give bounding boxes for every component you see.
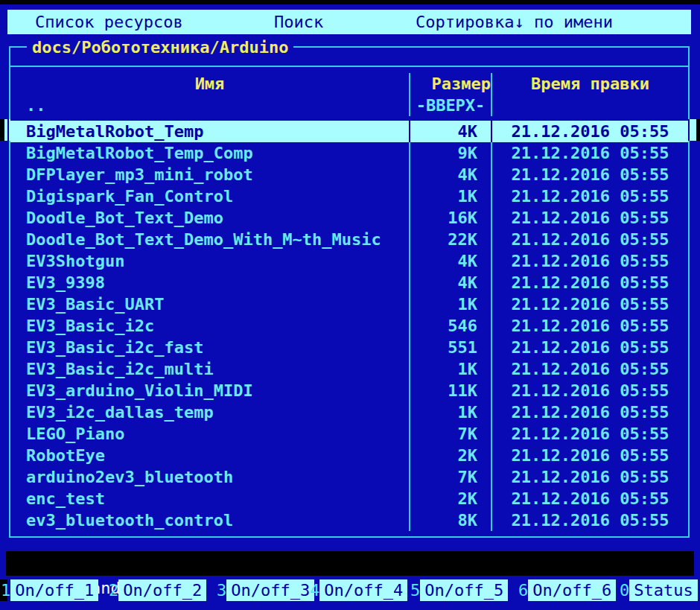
fkey-label: Status bbox=[629, 579, 697, 601]
file-time: 21.12.2016 05:55 bbox=[491, 466, 688, 488]
file-size: 16K bbox=[409, 207, 491, 229]
fkey-label: On/off_4 bbox=[319, 579, 407, 601]
selected-row-left-cap bbox=[0, 119, 10, 141]
file-row[interactable]: EV3_arduino_Violin_MIDI11K21.12.2016 05:… bbox=[10, 380, 688, 401]
up-directory-entry[interactable]: .. bbox=[10, 95, 409, 116]
file-time: 21.12.2016 05:55 bbox=[491, 358, 688, 380]
file-name: EV3Shotgun bbox=[10, 250, 409, 272]
fkey-label: On/off_6 bbox=[528, 579, 616, 601]
command-line[interactable]: command> bbox=[6, 551, 694, 576]
file-row[interactable]: ev3_bluetooth_control8K21.12.2016 05:55 bbox=[10, 509, 688, 531]
fkey-4[interactable]: 4On/off_4 bbox=[310, 579, 407, 601]
panel-path[interactable]: docs/Робототехника/Arduino bbox=[27, 36, 293, 58]
file-time: 21.12.2016 05:55 bbox=[491, 509, 688, 531]
file-size: 8K bbox=[409, 509, 491, 531]
file-name: EV3_Basic_UART bbox=[10, 293, 409, 315]
file-manager-screen: Список ресурсов Поиск Сортировка↓ по име… bbox=[0, 0, 700, 610]
file-size: 4K bbox=[409, 250, 491, 272]
fkey-1[interactable]: 1On/off_1 bbox=[1, 579, 98, 601]
file-row[interactable]: Digispark_Fan_Control1K21.12.2016 05:55 bbox=[10, 185, 688, 207]
file-size: 1K bbox=[409, 293, 491, 315]
fkey-label: On/off_3 bbox=[226, 579, 314, 601]
file-size: 2K bbox=[409, 445, 491, 466]
file-name: DFPlayer_mp3_mini_robot bbox=[10, 164, 409, 185]
file-panel: docs/Робототехника/Arduino Имя Размер Вр… bbox=[9, 46, 690, 538]
file-row[interactable]: arduino2ev3_bluetooth7K21.12.2016 05:55 bbox=[10, 466, 688, 488]
file-size: 7K bbox=[409, 466, 491, 488]
file-size: 1K bbox=[409, 185, 491, 207]
up-directory-time bbox=[491, 95, 688, 116]
file-name: BigMetalRobot_Temp bbox=[10, 121, 409, 142]
file-name: Doodle_Bot_Text_Demo_With_M~th_Music bbox=[10, 229, 409, 250]
file-time: 21.12.2016 05:55 bbox=[491, 250, 688, 272]
file-time: 21.12.2016 05:55 bbox=[491, 121, 688, 142]
file-row[interactable]: Doodle_Bot_Text_Demo_With_M~th_Music22K2… bbox=[10, 229, 688, 250]
fkey-3[interactable]: 3On/off_3 bbox=[217, 579, 314, 601]
file-name: RobotEye bbox=[10, 445, 409, 466]
file-size: 2K bbox=[409, 488, 491, 509]
fkey-5[interactable]: 5On/off_5 bbox=[410, 579, 508, 601]
file-name: EV3_Basic_i2c_multi bbox=[10, 358, 409, 380]
fkey-0[interactable]: 0Status bbox=[620, 579, 698, 601]
fkey-number: 0 bbox=[620, 579, 629, 601]
file-size: 22K bbox=[409, 229, 491, 250]
file-row[interactable]: enc_test2K21.12.2016 05:55 bbox=[10, 488, 688, 509]
file-row[interactable]: EV3_93984K21.12.2016 05:55 bbox=[10, 272, 688, 293]
up-directory-label: -ВВЕРХ- bbox=[409, 95, 491, 116]
file-name: Digispark_Fan_Control bbox=[10, 185, 409, 207]
file-time: 21.12.2016 05:55 bbox=[491, 164, 688, 185]
file-time: 21.12.2016 05:55 bbox=[491, 337, 688, 358]
file-size: 9K bbox=[409, 142, 491, 164]
file-row[interactable]: DFPlayer_mp3_mini_robot4K21.12.2016 05:5… bbox=[10, 164, 688, 185]
file-row[interactable]: BigMetalRobot_Temp_Comp9K21.12.2016 05:5… bbox=[10, 142, 688, 164]
column-header-time: Время правки bbox=[491, 73, 688, 95]
file-row[interactable]: RobotEye2K21.12.2016 05:55 bbox=[10, 445, 688, 466]
file-size: 4K bbox=[409, 121, 491, 142]
selected-row-right-cap bbox=[688, 119, 700, 141]
file-row[interactable]: EV3Shotgun4K21.12.2016 05:55 bbox=[10, 250, 688, 272]
menu-bar: Список ресурсов Поиск Сортировка↓ по име… bbox=[7, 10, 691, 34]
top-black-strip bbox=[0, 0, 700, 4]
file-time: 21.12.2016 05:55 bbox=[491, 380, 688, 401]
file-name: BigMetalRobot_Temp_Comp bbox=[10, 142, 409, 164]
file-row-selected[interactable]: BigMetalRobot_Temp4K21.12.2016 05:55 bbox=[10, 121, 688, 142]
file-name: enc_test bbox=[10, 488, 409, 509]
file-name: arduino2ev3_bluetooth bbox=[10, 466, 409, 488]
fkey-number: 5 bbox=[410, 579, 420, 601]
file-size: 4K bbox=[409, 272, 491, 293]
file-size: 551 bbox=[409, 337, 491, 358]
function-key-bar: 1On/off_12On/off_23On/off_34On/off_45On/… bbox=[0, 579, 700, 601]
menu-item-sort-by-name[interactable]: Сортировка↓ по имени bbox=[416, 10, 613, 34]
up-directory-row[interactable]: .. -ВВЕРХ- bbox=[10, 95, 688, 116]
menu-item-resource-list[interactable]: Список ресурсов bbox=[35, 10, 183, 34]
file-row[interactable]: EV3_Basic_i2c54621.12.2016 05:55 bbox=[10, 315, 688, 337]
file-name: EV3_Basic_i2c bbox=[10, 315, 409, 337]
table-header: Имя Размер Время правки .. -ВВЕРХ- bbox=[10, 67, 688, 121]
file-row[interactable]: EV3_Basic_UART1K21.12.2016 05:55 bbox=[10, 293, 688, 315]
file-row[interactable]: EV3_i2c_dallas_temp1K21.12.2016 05:55 bbox=[10, 401, 688, 423]
fkey-6[interactable]: 6On/off_6 bbox=[518, 579, 616, 601]
file-time: 21.12.2016 05:55 bbox=[491, 488, 688, 509]
fkey-number: 1 bbox=[1, 579, 10, 601]
file-rows: BigMetalRobot_Temp4K21.12.2016 05:55BigM… bbox=[10, 121, 688, 531]
fkey-number: 4 bbox=[310, 579, 319, 601]
file-name: EV3_Basic_i2c_fast bbox=[10, 337, 409, 358]
file-row[interactable]: EV3_Basic_i2c_fast55121.12.2016 05:55 bbox=[10, 337, 688, 358]
column-header-name: Имя bbox=[10, 73, 409, 95]
fkey-number: 6 bbox=[518, 579, 528, 601]
fkey-number: 3 bbox=[217, 579, 226, 601]
file-time: 21.12.2016 05:55 bbox=[491, 185, 688, 207]
fkey-label: On/off_5 bbox=[420, 579, 508, 601]
file-time: 21.12.2016 05:55 bbox=[491, 142, 688, 164]
file-row[interactable]: LEGO_Piano7K21.12.2016 05:55 bbox=[10, 423, 688, 445]
file-name: EV3_arduino_Violin_MIDI bbox=[10, 380, 409, 401]
file-row[interactable]: EV3_Basic_i2c_multi1K21.12.2016 05:55 bbox=[10, 358, 688, 380]
file-name: LEGO_Piano bbox=[10, 423, 409, 445]
file-size: 1K bbox=[409, 401, 491, 423]
fkey-2[interactable]: 2On/off_2 bbox=[109, 579, 206, 601]
file-name: Doodle_Bot_Text_Demo bbox=[10, 207, 409, 229]
menu-item-search[interactable]: Поиск bbox=[274, 10, 323, 34]
file-name: EV3_9398 bbox=[10, 272, 409, 293]
file-row[interactable]: Doodle_Bot_Text_Demo16K21.12.2016 05:55 bbox=[10, 207, 688, 229]
column-header-size: Размер bbox=[409, 73, 491, 95]
